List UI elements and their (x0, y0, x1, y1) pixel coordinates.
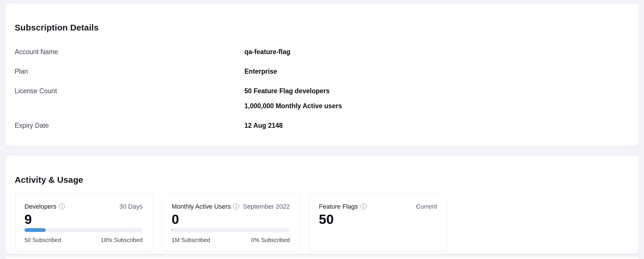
developers-subscribed-label: 50 Subscribed (24, 237, 61, 243)
subscription-details-rows: Account Name qa-feature-flag Plan Enterp… (15, 48, 629, 130)
license-count-developers-value: 50 Feature Flag developers (244, 87, 342, 95)
license-count-row: License Count 50 Feature Flag developers… (15, 87, 629, 110)
developers-tile-period: 30 Days (119, 203, 143, 211)
mau-progress-bar (172, 228, 290, 232)
info-icon[interactable]: i (361, 203, 367, 210)
usage-tiles: Developers i 30 Days 9 50 Subscribed 18%… (15, 193, 629, 251)
plan-row: Plan Enterprise (15, 67, 629, 75)
developers-tile-title: Developers (24, 203, 56, 211)
feature-flags-count-value: 50 (319, 212, 437, 226)
license-count-label: License Count (15, 87, 244, 95)
info-icon[interactable]: i (59, 203, 65, 210)
mau-progress-fill (172, 228, 172, 232)
account-name-value: qa-feature-flag (244, 48, 290, 56)
mau-subscribed-label: 1M Subscribed (172, 237, 210, 243)
activity-usage-title: Activity & Usage (15, 175, 629, 185)
developers-progress-bar (24, 228, 143, 232)
feature-flags-usage-tile: Feature Flags i Current 50 (309, 193, 447, 251)
developers-count-value: 9 (24, 212, 143, 226)
expiry-date-value: 12 Aug 2148 (244, 121, 283, 130)
mau-tile-period: September 2022 (243, 203, 290, 211)
mau-count-value: 0 (172, 212, 290, 226)
mau-subscribed-percent-label: 0% Subscribed (251, 237, 290, 243)
subscription-details-card: Subscription Details Account Name qa-fea… (5, 4, 639, 146)
expiry-date-row: Expiry Date 12 Aug 2148 (15, 121, 629, 130)
feature-flags-tile-title: Feature Flags (319, 203, 358, 211)
plan-label: Plan (15, 67, 244, 75)
activity-usage-card: Activity & Usage Developers i 30 Days 9 … (5, 156, 639, 254)
developers-progress-fill (24, 228, 46, 232)
expiry-date-label: Expiry Date (15, 121, 244, 130)
mau-tile-title: Monthly Active Users (172, 203, 231, 211)
plan-value: Enterprise (244, 67, 277, 75)
next-card-peek (5, 256, 639, 259)
license-count-mau-value: 1,000,000 Monthly Active users (244, 102, 342, 110)
info-icon[interactable]: i (233, 203, 239, 210)
subscription-details-title: Subscription Details (15, 22, 629, 33)
account-name-row: Account Name qa-feature-flag (15, 48, 629, 56)
account-name-label: Account Name (15, 48, 244, 56)
feature-flags-tile-period: Current (416, 203, 437, 211)
developers-usage-tile: Developers i 30 Days 9 50 Subscribed 18%… (15, 193, 152, 251)
developers-subscribed-percent-label: 18% Subscribed (101, 237, 143, 243)
mau-usage-tile: Monthly Active Users i September 2022 0 … (162, 193, 300, 251)
